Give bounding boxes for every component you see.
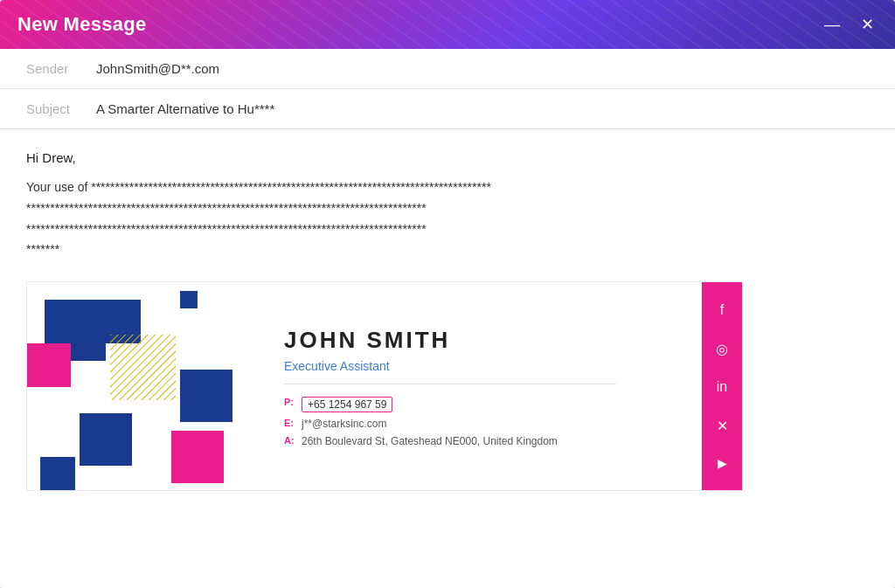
- pink-square-2: [171, 431, 224, 483]
- sig-address: 26th Boulevard St, Gateshead NE000, Unit…: [302, 435, 558, 447]
- email-body-text: Your use of ****************************…: [26, 177, 869, 260]
- email-body: Hi Drew, Your use of *******************…: [0, 129, 895, 588]
- email-signature: JOHN SMITH Executive Assistant P: +65 12…: [26, 281, 743, 491]
- email-compose-window: New Message — ✕ Sender JohnSmith@D**.com…: [0, 0, 895, 588]
- sig-divider: [284, 384, 616, 384]
- email-greeting: Hi Drew,: [26, 150, 869, 165]
- instagram-icon[interactable]: ◎: [702, 334, 742, 364]
- facebook-icon[interactable]: f: [702, 295, 742, 325]
- body-line2: ****************************************…: [26, 201, 427, 215]
- sender-value: JohnSmith@D**.com: [96, 61, 219, 76]
- sig-name: JOHN SMITH: [284, 327, 684, 354]
- sig-email-label: E:: [284, 418, 296, 428]
- sig-email-row: E: j**@starksinc.com: [284, 418, 684, 430]
- window-title: New Message: [17, 13, 147, 36]
- sender-row: Sender JohnSmith@D**.com: [0, 49, 895, 89]
- sig-phone-row: P: +65 1254 967 59: [284, 397, 684, 412]
- titlebar: New Message — ✕: [0, 0, 895, 49]
- window-controls: — ✕: [821, 15, 878, 34]
- social-sidebar: f ◎ in ✕ ▶: [702, 282, 742, 490]
- twitter-icon[interactable]: ✕: [702, 411, 742, 441]
- body-line1: Your use of ****************************…: [26, 180, 491, 194]
- sig-title: Executive Assistant: [284, 359, 684, 373]
- blue-square-5: [80, 413, 132, 466]
- signature-art: [27, 282, 263, 490]
- sig-address-label: A:: [284, 435, 296, 446]
- body-line3: ****************************************…: [26, 222, 427, 236]
- body-line4: *******: [26, 242, 59, 256]
- signature-info: JOHN SMITH Executive Assistant P: +65 12…: [263, 282, 702, 490]
- subject-value: A Smarter Alternative to Hu****: [96, 101, 274, 116]
- minimize-button[interactable]: —: [821, 15, 843, 34]
- blue-square-6: [40, 457, 75, 490]
- sig-phone: +65 1254 967 59: [302, 397, 392, 412]
- close-button[interactable]: ✕: [857, 15, 878, 34]
- svg-rect-1: [110, 335, 176, 400]
- pink-square-1: [27, 343, 71, 387]
- blue-square-3: [180, 291, 198, 308]
- sig-email: j**@starksinc.com: [302, 418, 387, 430]
- hatched-square: [110, 335, 176, 400]
- email-content: Sender JohnSmith@D**.com Subject A Smart…: [0, 49, 895, 588]
- subject-label: Subject: [26, 101, 96, 116]
- play-icon[interactable]: ▶: [702, 449, 742, 477]
- sender-label: Sender: [26, 61, 96, 76]
- sig-address-row: A: 26th Boulevard St, Gateshead NE000, U…: [284, 435, 684, 447]
- subject-row: Subject A Smarter Alternative to Hu****: [0, 89, 895, 129]
- linkedin-icon[interactable]: in: [702, 372, 742, 402]
- sig-phone-label: P:: [284, 397, 296, 407]
- blue-square-4: [180, 370, 232, 422]
